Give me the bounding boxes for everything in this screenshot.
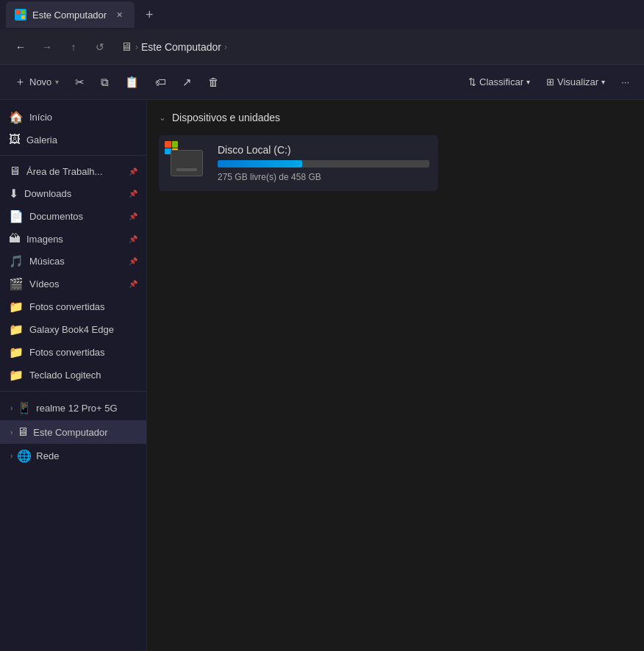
sidebar-item-rede[interactable]: › 🌐 Rede: [0, 444, 146, 468]
galaxy-label: Galaxy Book4 Edge: [29, 324, 137, 335]
sidebar-item-area-trabalho[interactable]: 🖥 Área de Trabalh... 📌: [0, 160, 146, 182]
address-chevron-end: ›: [224, 42, 227, 52]
section-title: Dispositivos e unidades: [172, 112, 280, 123]
up-button[interactable]: ↑: [62, 35, 85, 59]
navigation-bar: ← → ↑ ↺ 🖥 › Este Computador ›: [0, 29, 644, 65]
new-chevron-icon: ▾: [55, 78, 59, 86]
paste-icon: 📋: [125, 76, 139, 89]
musicas-label: Músicas: [29, 256, 123, 267]
title-bar: Este Computador ✕ +: [0, 0, 644, 29]
more-button[interactable]: ···: [614, 73, 637, 91]
pin-icon-videos: 📌: [129, 280, 137, 288]
pin-icon-docs: 📌: [129, 212, 137, 220]
hdd-icon: [171, 150, 203, 176]
active-tab[interactable]: Este Computador ✕: [6, 1, 135, 28]
svg-rect-1: [21, 10, 25, 14]
este-computador-label: Este Computador: [33, 427, 139, 438]
win-logo-q1: [165, 141, 171, 148]
view-chevron-icon: ▾: [601, 78, 605, 86]
content-area: ⌄ Dispositivos e unidades Disco Local (C…: [147, 100, 644, 651]
sidebar-item-inicio[interactable]: 🏠 Início: [0, 106, 146, 129]
more-icon: ···: [621, 76, 629, 87]
videos-label: Vídeos: [29, 278, 123, 289]
view-button[interactable]: ⊞ Visualizar ▾: [539, 73, 612, 91]
svg-rect-3: [21, 15, 25, 19]
documentos-label: Documentos: [29, 211, 123, 222]
sidebar-item-realme[interactable]: › 📱 realme 12 Pro+ 5G: [0, 396, 146, 420]
refresh-button[interactable]: ↺: [88, 35, 112, 59]
copy-button[interactable]: ⧉: [93, 72, 116, 93]
sidebar-item-fotos2[interactable]: 📁 Fotos convertidas: [0, 341, 146, 364]
rede-label: Rede: [36, 450, 139, 461]
pin-icon-music: 📌: [129, 257, 137, 265]
share-button[interactable]: ↗: [175, 72, 199, 93]
teclado-label: Teclado Logitech: [29, 370, 137, 381]
sidebar-item-este-computador[interactable]: › 🖥 Este Computador: [0, 420, 146, 444]
drive-progress-fill: [218, 160, 302, 168]
drive-icon-container: [168, 144, 206, 182]
win-logo-q2: [172, 141, 179, 148]
este-computador-icon: 🖥: [17, 425, 29, 439]
toolbar-right: ⇅ Classificar ▾ ⊞ Visualizar ▾ ···: [461, 73, 637, 91]
chevron-realme: ›: [10, 404, 12, 412]
address-chevron-1: ›: [135, 42, 138, 52]
paste-button[interactable]: 📋: [118, 72, 146, 93]
sidebar-item-teclado[interactable]: 📁 Teclado Logitech: [0, 364, 146, 386]
sidebar-divider-1: [0, 155, 146, 156]
forward-button[interactable]: →: [35, 35, 59, 59]
realme-icon: 📱: [17, 401, 32, 415]
sort-button[interactable]: ⇅ Classificar ▾: [461, 73, 537, 91]
imagens-label: Imagens: [26, 234, 123, 245]
sidebar-item-musicas[interactable]: 🎵 Músicas 📌: [0, 250, 146, 273]
folder2-icon: 📁: [9, 345, 24, 359]
drive-space-text: 275 GB livre(s) de 458 GB: [218, 172, 429, 182]
sidebar-divider-2: [0, 391, 146, 392]
svg-rect-0: [16, 10, 20, 14]
inicio-label: Início: [29, 112, 137, 123]
sort-label: Classificar: [479, 76, 523, 87]
tab-title-text: Este Computador: [32, 10, 107, 21]
galaxy-icon: 📁: [9, 323, 24, 337]
galeria-label: Galeria: [26, 134, 137, 145]
rename-button[interactable]: 🏷: [148, 72, 173, 92]
rename-icon: 🏷: [155, 76, 166, 88]
sidebar-item-galaxy[interactable]: 📁 Galaxy Book4 Edge: [0, 318, 146, 341]
address-bar[interactable]: 🖥 › Este Computador ›: [121, 40, 227, 54]
sidebar-item-imagens[interactable]: 🏔 Imagens 📌: [0, 228, 146, 250]
tab-icon: [15, 9, 26, 21]
folder1-icon: 📁: [9, 300, 24, 314]
monitor-icon: 🖥: [121, 40, 132, 54]
view-label: Visualizar: [557, 76, 598, 87]
rede-icon: 🌐: [17, 449, 32, 463]
svg-rect-2: [16, 15, 20, 19]
drive-card-c[interactable]: Disco Local (C:) 275 GB livre(s) de 458 …: [159, 135, 438, 191]
fotos1-label: Fotos convertidas: [29, 301, 137, 312]
sidebar-item-documentos[interactable]: 📄 Documentos 📌: [0, 205, 146, 228]
drive-name: Disco Local (C:): [218, 144, 429, 156]
fotos2-label: Fotos convertidas: [29, 347, 137, 358]
delete-button[interactable]: 🗑: [201, 72, 226, 92]
videos-icon: 🎬: [9, 277, 24, 291]
pin-icon-images: 📌: [129, 235, 137, 243]
documents-icon: 📄: [9, 209, 24, 223]
sidebar: 🏠 Início 🖼 Galeria 🖥 Área de Trabalh... …: [0, 100, 147, 651]
drive-info: Disco Local (C:) 275 GB livre(s) de 458 …: [218, 144, 429, 182]
tab-close-button[interactable]: ✕: [112, 8, 126, 21]
cut-button[interactable]: ✂: [68, 72, 92, 93]
home-icon: 🏠: [9, 110, 24, 124]
music-icon: 🎵: [9, 254, 24, 268]
folder3-icon: 📁: [9, 368, 24, 382]
sidebar-item-fotos1[interactable]: 📁 Fotos convertidas: [0, 295, 146, 318]
sidebar-item-galeria[interactable]: 🖼 Galeria: [0, 129, 146, 151]
new-icon: ＋: [15, 75, 26, 89]
sidebar-item-videos[interactable]: 🎬 Vídeos 📌: [0, 273, 146, 295]
area-trabalho-label: Área de Trabalh...: [26, 166, 123, 177]
back-button[interactable]: ←: [9, 35, 32, 59]
pin-icon-desktop: 📌: [129, 168, 137, 176]
chevron-rede: ›: [10, 452, 12, 460]
new-button[interactable]: ＋ Novo ▾: [7, 71, 66, 93]
toolbar: ＋ Novo ▾ ✂ ⧉ 📋 🏷 ↗ 🗑 ⇅ Classificar ▾ ⊞ V…: [0, 65, 644, 100]
new-tab-button[interactable]: +: [137, 3, 161, 26]
sidebar-item-downloads[interactable]: ⬇ Downloads 📌: [0, 182, 146, 205]
sort-icon: ⇅: [468, 76, 476, 87]
